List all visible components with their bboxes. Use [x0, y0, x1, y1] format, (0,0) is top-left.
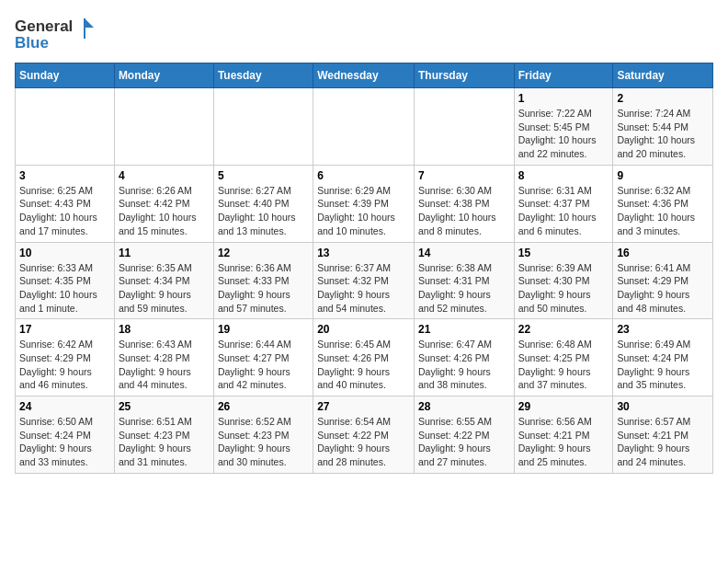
calendar-cell: 30Sunrise: 6:57 AM Sunset: 4:21 PM Dayli… [613, 396, 713, 474]
day-number: 9 [617, 169, 709, 182]
day-number: 26 [218, 400, 309, 413]
day-info: Sunrise: 6:44 AM Sunset: 4:27 PM Dayligh… [218, 338, 309, 392]
calendar-cell: 17Sunrise: 6:42 AM Sunset: 4:29 PM Dayli… [16, 319, 115, 396]
day-number: 4 [119, 169, 210, 182]
calendar-cell: 22Sunrise: 6:48 AM Sunset: 4:25 PM Dayli… [514, 319, 613, 396]
calendar-body: 1Sunrise: 7:22 AM Sunset: 5:45 PM Daylig… [16, 88, 713, 474]
day-number: 25 [119, 400, 210, 413]
day-info: Sunrise: 6:51 AM Sunset: 4:23 PM Dayligh… [119, 415, 210, 469]
day-number: 21 [418, 323, 510, 336]
day-number: 1 [518, 92, 609, 105]
day-info: Sunrise: 6:42 AM Sunset: 4:29 PM Dayligh… [19, 338, 110, 392]
day-info: Sunrise: 6:52 AM Sunset: 4:23 PM Dayligh… [218, 415, 309, 469]
calendar-cell: 10Sunrise: 6:33 AM Sunset: 4:35 PM Dayli… [16, 242, 115, 319]
day-info: Sunrise: 6:48 AM Sunset: 4:25 PM Dayligh… [518, 338, 609, 392]
day-info: Sunrise: 6:39 AM Sunset: 4:30 PM Dayligh… [518, 261, 609, 316]
calendar-header: SundayMondayTuesdayWednesdayThursdayFrid… [16, 63, 713, 88]
calendar-week-row: 10Sunrise: 6:33 AM Sunset: 4:35 PM Dayli… [16, 242, 713, 319]
day-info: Sunrise: 6:37 AM Sunset: 4:32 PM Dayligh… [317, 261, 410, 316]
calendar-cell [414, 88, 514, 166]
day-info: Sunrise: 6:57 AM Sunset: 4:21 PM Dayligh… [617, 415, 709, 469]
day-number: 17 [19, 323, 110, 336]
calendar-cell: 26Sunrise: 6:52 AM Sunset: 4:23 PM Dayli… [213, 396, 313, 474]
calendar-cell: 29Sunrise: 6:56 AM Sunset: 4:21 PM Dayli… [514, 396, 613, 474]
calendar-week-row: 17Sunrise: 6:42 AM Sunset: 4:29 PM Dayli… [16, 319, 713, 396]
day-number: 8 [518, 169, 609, 182]
calendar-day-header: Saturday [613, 63, 713, 88]
day-number: 11 [119, 247, 210, 259]
day-info: Sunrise: 6:27 AM Sunset: 4:40 PM Dayligh… [218, 184, 309, 238]
calendar-cell: 8Sunrise: 6:31 AM Sunset: 4:37 PM Daylig… [514, 165, 613, 242]
day-number: 14 [418, 247, 510, 259]
day-number: 29 [518, 400, 609, 413]
calendar-cell: 25Sunrise: 6:51 AM Sunset: 4:23 PM Dayli… [114, 396, 213, 474]
day-number: 30 [617, 400, 709, 413]
day-number: 6 [317, 169, 410, 182]
calendar-cell: 20Sunrise: 6:45 AM Sunset: 4:26 PM Dayli… [313, 319, 415, 396]
day-number: 24 [19, 400, 110, 413]
svg-text:General: General [15, 17, 73, 35]
day-info: Sunrise: 6:41 AM Sunset: 4:29 PM Dayligh… [617, 261, 709, 316]
day-info: Sunrise: 6:56 AM Sunset: 4:21 PM Dayligh… [518, 415, 609, 469]
day-number: 12 [218, 247, 309, 259]
day-number: 2 [617, 92, 709, 105]
day-info: Sunrise: 6:36 AM Sunset: 4:33 PM Dayligh… [218, 261, 309, 316]
day-info: Sunrise: 6:25 AM Sunset: 4:43 PM Dayligh… [19, 184, 110, 238]
calendar-cell [16, 88, 115, 166]
calendar-cell: 27Sunrise: 6:54 AM Sunset: 4:22 PM Dayli… [313, 396, 415, 474]
logo: GeneralBlue [15, 15, 97, 53]
calendar-day-header: Sunday [16, 63, 115, 88]
calendar-header-row: SundayMondayTuesdayWednesdayThursdayFrid… [16, 63, 713, 88]
day-info: Sunrise: 6:45 AM Sunset: 4:26 PM Dayligh… [317, 338, 410, 392]
day-info: Sunrise: 6:32 AM Sunset: 4:36 PM Dayligh… [617, 184, 709, 238]
day-info: Sunrise: 6:47 AM Sunset: 4:26 PM Dayligh… [418, 338, 510, 392]
day-number: 13 [317, 247, 410, 259]
calendar-week-row: 24Sunrise: 6:50 AM Sunset: 4:24 PM Dayli… [16, 396, 713, 474]
day-info: Sunrise: 6:55 AM Sunset: 4:22 PM Dayligh… [418, 415, 510, 469]
calendar-cell: 11Sunrise: 6:35 AM Sunset: 4:34 PM Dayli… [114, 242, 213, 319]
page-header: GeneralBlue [15, 15, 713, 53]
day-number: 16 [617, 247, 709, 259]
calendar-cell: 7Sunrise: 6:30 AM Sunset: 4:38 PM Daylig… [414, 165, 514, 242]
day-info: Sunrise: 6:43 AM Sunset: 4:28 PM Dayligh… [119, 338, 210, 392]
calendar-day-header: Monday [114, 63, 213, 88]
day-number: 28 [418, 400, 510, 413]
day-info: Sunrise: 6:26 AM Sunset: 4:42 PM Dayligh… [119, 184, 210, 238]
calendar-cell: 4Sunrise: 6:26 AM Sunset: 4:42 PM Daylig… [114, 165, 213, 242]
calendar-week-row: 1Sunrise: 7:22 AM Sunset: 5:45 PM Daylig… [16, 88, 713, 166]
day-number: 15 [518, 247, 609, 259]
logo-icon: GeneralBlue [15, 15, 97, 53]
calendar-cell: 3Sunrise: 6:25 AM Sunset: 4:43 PM Daylig… [16, 165, 115, 242]
calendar-cell: 14Sunrise: 6:38 AM Sunset: 4:31 PM Dayli… [414, 242, 514, 319]
calendar-cell: 13Sunrise: 6:37 AM Sunset: 4:32 PM Dayli… [313, 242, 415, 319]
calendar-cell: 19Sunrise: 6:44 AM Sunset: 4:27 PM Dayli… [213, 319, 313, 396]
day-info: Sunrise: 6:30 AM Sunset: 4:38 PM Dayligh… [418, 184, 510, 238]
day-number: 20 [317, 323, 410, 336]
calendar-cell: 9Sunrise: 6:32 AM Sunset: 4:36 PM Daylig… [613, 165, 713, 242]
day-info: Sunrise: 6:49 AM Sunset: 4:24 PM Dayligh… [617, 338, 709, 392]
day-info: Sunrise: 7:24 AM Sunset: 5:44 PM Dayligh… [617, 107, 709, 161]
calendar-cell: 6Sunrise: 6:29 AM Sunset: 4:39 PM Daylig… [313, 165, 415, 242]
calendar-cell: 18Sunrise: 6:43 AM Sunset: 4:28 PM Dayli… [114, 319, 213, 396]
day-info: Sunrise: 7:22 AM Sunset: 5:45 PM Dayligh… [518, 107, 609, 161]
calendar-cell: 1Sunrise: 7:22 AM Sunset: 5:45 PM Daylig… [514, 88, 613, 166]
calendar-cell: 24Sunrise: 6:50 AM Sunset: 4:24 PM Dayli… [16, 396, 115, 474]
calendar-cell: 5Sunrise: 6:27 AM Sunset: 4:40 PM Daylig… [213, 165, 313, 242]
calendar-day-header: Tuesday [213, 63, 313, 88]
day-info: Sunrise: 6:50 AM Sunset: 4:24 PM Dayligh… [19, 415, 110, 469]
calendar-cell: 2Sunrise: 7:24 AM Sunset: 5:44 PM Daylig… [613, 88, 713, 166]
day-info: Sunrise: 6:35 AM Sunset: 4:34 PM Dayligh… [119, 261, 210, 316]
day-info: Sunrise: 6:33 AM Sunset: 4:35 PM Dayligh… [19, 261, 110, 316]
calendar-table: SundayMondayTuesdayWednesdayThursdayFrid… [15, 63, 713, 474]
calendar-week-row: 3Sunrise: 6:25 AM Sunset: 4:43 PM Daylig… [16, 165, 713, 242]
calendar-cell: 21Sunrise: 6:47 AM Sunset: 4:26 PM Dayli… [414, 319, 514, 396]
day-number: 23 [617, 323, 709, 336]
calendar-day-header: Thursday [414, 63, 514, 88]
day-info: Sunrise: 6:38 AM Sunset: 4:31 PM Dayligh… [418, 261, 510, 316]
calendar-cell: 23Sunrise: 6:49 AM Sunset: 4:24 PM Dayli… [613, 319, 713, 396]
svg-marker-2 [85, 18, 94, 28]
day-info: Sunrise: 6:31 AM Sunset: 4:37 PM Dayligh… [518, 184, 609, 238]
calendar-cell [213, 88, 313, 166]
calendar-cell [313, 88, 415, 166]
calendar-day-header: Wednesday [313, 63, 415, 88]
